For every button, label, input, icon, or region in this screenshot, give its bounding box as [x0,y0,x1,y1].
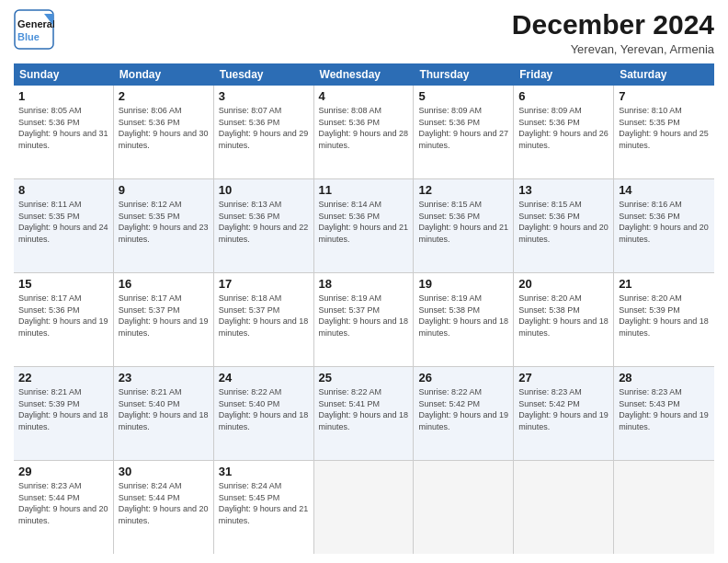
day-number: 30 [119,465,209,478]
day-15: 15 Sunrise: 8:17 AMSunset: 5:36 PMDaylig… [14,273,114,366]
day-number: 27 [518,371,609,385]
day-info: Sunrise: 8:17 AMSunset: 5:36 PMDaylight:… [18,293,108,338]
month-title: December 2024 [512,9,714,40]
empty-cell-r4-c5 [514,461,614,554]
day-number: 20 [518,277,609,291]
day-29: 29 Sunrise: 8:23 AMSunset: 5:44 PMDaylig… [14,461,114,554]
day-number: 10 [219,183,309,197]
day-number: 11 [319,183,409,197]
day-16: 16 Sunrise: 8:17 AMSunset: 5:37 PMDaylig… [114,273,214,366]
day-26: 26 Sunrise: 8:22 AMSunset: 5:42 PMDaylig… [414,367,514,460]
day-number: 1 [18,89,108,103]
day-11: 11 Sunrise: 8:14 AMSunset: 5:36 PMDaylig… [314,179,415,272]
day-info: Sunrise: 8:21 AMSunset: 5:40 PMDaylight:… [119,387,209,431]
header-day-saturday: Saturday [614,63,714,86]
day-info: Sunrise: 8:23 AMSunset: 5:43 PMDaylight:… [619,387,709,431]
day-6: 6 Sunrise: 8:09 AMSunset: 5:36 PMDayligh… [514,86,614,178]
calendar: SundayMondayTuesdayWednesdayThursdayFrid… [14,63,714,554]
day-info: Sunrise: 8:20 AMSunset: 5:39 PMDaylight:… [619,293,709,338]
day-number: 16 [119,277,209,291]
day-info: Sunrise: 8:13 AMSunset: 5:36 PMDaylight:… [219,200,309,244]
day-number: 26 [418,371,508,385]
day-3: 3 Sunrise: 8:07 AMSunset: 5:36 PMDayligh… [214,86,314,178]
day-info: Sunrise: 8:19 AMSunset: 5:38 PMDaylight:… [418,293,508,338]
day-number: 28 [619,371,710,385]
day-20: 20 Sunrise: 8:20 AMSunset: 5:38 PMDaylig… [514,273,614,366]
day-10: 10 Sunrise: 8:13 AMSunset: 5:36 PMDaylig… [214,179,314,272]
day-number: 6 [518,89,609,103]
day-28: 28 Sunrise: 8:23 AMSunset: 5:43 PMDaylig… [614,367,714,460]
location: Yerevan, Yerevan, Armenia [512,42,714,56]
day-number: 3 [219,89,309,103]
day-info: Sunrise: 8:24 AMSunset: 5:44 PMDaylight:… [119,481,209,525]
day-number: 15 [18,277,108,291]
day-info: Sunrise: 8:21 AMSunset: 5:39 PMDaylight:… [18,387,108,431]
day-number: 24 [219,371,309,385]
day-info: Sunrise: 8:12 AMSunset: 5:35 PMDaylight:… [119,200,209,244]
day-info: Sunrise: 8:18 AMSunset: 5:37 PMDaylight:… [219,293,309,338]
calendar-row-3: 15 Sunrise: 8:17 AMSunset: 5:36 PMDaylig… [14,273,714,367]
logo: General Blue [14,9,54,50]
day-31: 31 Sunrise: 8:24 AMSunset: 5:45 PMDaylig… [214,461,314,554]
day-number: 25 [319,371,409,385]
calendar-row-1: 1 Sunrise: 8:05 AMSunset: 5:36 PMDayligh… [14,86,714,179]
day-4: 4 Sunrise: 8:08 AMSunset: 5:36 PMDayligh… [314,86,415,178]
day-number: 19 [418,277,508,291]
svg-text:Blue: Blue [17,31,40,42]
day-number: 18 [319,277,409,291]
day-info: Sunrise: 8:22 AMSunset: 5:40 PMDaylight:… [219,387,309,431]
day-info: Sunrise: 8:08 AMSunset: 5:36 PMDaylight:… [319,106,409,150]
day-number: 31 [219,465,309,478]
day-21: 21 Sunrise: 8:20 AMSunset: 5:39 PMDaylig… [614,273,714,366]
day-number: 5 [418,89,508,103]
day-info: Sunrise: 8:09 AMSunset: 5:36 PMDaylight:… [518,106,609,150]
day-number: 9 [119,183,209,197]
day-info: Sunrise: 8:06 AMSunset: 5:36 PMDaylight:… [119,106,209,150]
day-19: 19 Sunrise: 8:19 AMSunset: 5:38 PMDaylig… [414,273,514,366]
header: General Blue December 2024 Yerevan, Yere… [14,9,714,56]
logo-icon: General Blue [14,9,54,50]
day-info: Sunrise: 8:19 AMSunset: 5:37 PMDaylight:… [319,293,409,338]
header-day-tuesday: Tuesday [214,63,314,86]
day-23: 23 Sunrise: 8:21 AMSunset: 5:40 PMDaylig… [114,367,214,460]
calendar-row-2: 8 Sunrise: 8:11 AMSunset: 5:35 PMDayligh… [14,179,714,273]
day-9: 9 Sunrise: 8:12 AMSunset: 5:35 PMDayligh… [114,179,214,272]
empty-cell-r4-c6 [614,461,714,554]
day-info: Sunrise: 8:14 AMSunset: 5:36 PMDaylight:… [319,200,409,244]
day-info: Sunrise: 8:07 AMSunset: 5:36 PMDaylight:… [219,106,309,150]
header-day-wednesday: Wednesday [314,63,415,86]
day-22: 22 Sunrise: 8:21 AMSunset: 5:39 PMDaylig… [14,367,114,460]
day-number: 8 [18,183,108,197]
day-30: 30 Sunrise: 8:24 AMSunset: 5:44 PMDaylig… [114,461,214,554]
day-info: Sunrise: 8:10 AMSunset: 5:35 PMDaylight:… [619,106,709,150]
day-25: 25 Sunrise: 8:22 AMSunset: 5:41 PMDaylig… [314,367,415,460]
calendar-body: 1 Sunrise: 8:05 AMSunset: 5:36 PMDayligh… [14,86,714,554]
day-info: Sunrise: 8:23 AMSunset: 5:44 PMDaylight:… [18,481,108,525]
header-day-monday: Monday [114,63,214,86]
page: General Blue December 2024 Yerevan, Yere… [0,0,728,563]
day-17: 17 Sunrise: 8:18 AMSunset: 5:37 PMDaylig… [214,273,314,366]
day-24: 24 Sunrise: 8:22 AMSunset: 5:40 PMDaylig… [214,367,314,460]
day-8: 8 Sunrise: 8:11 AMSunset: 5:35 PMDayligh… [14,179,114,272]
day-info: Sunrise: 8:05 AMSunset: 5:36 PMDaylight:… [18,106,108,150]
day-5: 5 Sunrise: 8:09 AMSunset: 5:36 PMDayligh… [414,86,514,178]
day-number: 29 [18,465,108,478]
day-number: 22 [18,371,108,385]
calendar-row-5: 29 Sunrise: 8:23 AMSunset: 5:44 PMDaylig… [14,461,714,554]
day-info: Sunrise: 8:15 AMSunset: 5:36 PMDaylight:… [418,200,508,244]
day-number: 2 [119,89,209,103]
day-number: 12 [418,183,508,197]
header-day-sunday: Sunday [14,63,114,86]
day-number: 23 [119,371,209,385]
empty-cell-r4-c3 [314,461,415,554]
svg-text:General: General [17,18,54,29]
day-7: 7 Sunrise: 8:10 AMSunset: 5:35 PMDayligh… [614,86,714,178]
empty-cell-r4-c4 [414,461,514,554]
day-number: 21 [619,277,710,291]
calendar-row-4: 22 Sunrise: 8:21 AMSunset: 5:39 PMDaylig… [14,367,714,461]
day-info: Sunrise: 8:11 AMSunset: 5:35 PMDaylight:… [18,200,108,244]
calendar-header: SundayMondayTuesdayWednesdayThursdayFrid… [14,63,714,86]
day-info: Sunrise: 8:16 AMSunset: 5:36 PMDaylight:… [619,200,709,244]
day-13: 13 Sunrise: 8:15 AMSunset: 5:36 PMDaylig… [514,179,614,272]
day-info: Sunrise: 8:20 AMSunset: 5:38 PMDaylight:… [518,293,609,338]
